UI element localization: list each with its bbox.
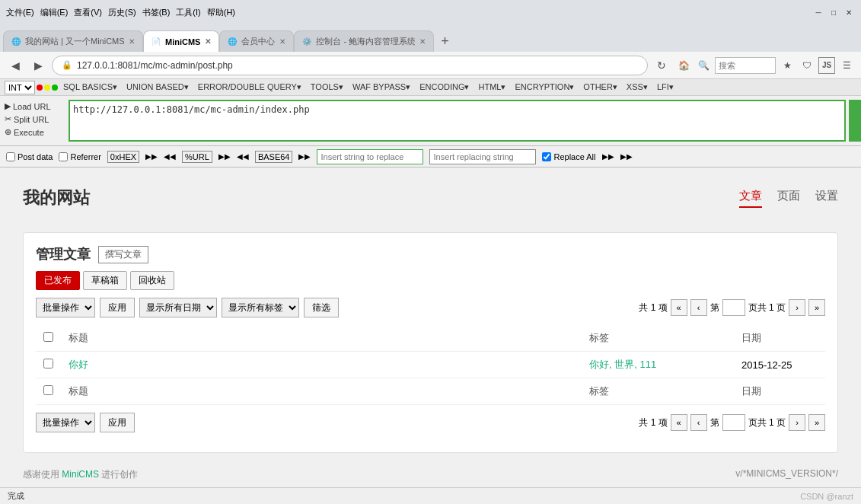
sql-basics[interactable]: SQL BASICS▾: [59, 81, 121, 93]
last-page-button-bottom[interactable]: »: [808, 414, 825, 431]
prev-page-button-top[interactable]: ‹: [690, 299, 707, 316]
select-all-checkbox-top[interactable]: [43, 332, 53, 342]
js-icon[interactable]: JS: [818, 57, 835, 74]
post-data-option[interactable]: Post data: [6, 152, 53, 161]
article-title-link-0[interactable]: 你好: [69, 359, 88, 370]
menu-item-help[interactable]: 帮助(H): [207, 7, 235, 18]
tab-2[interactable]: 📄 MiniCMS ✕: [143, 30, 219, 52]
waf-bypass[interactable]: WAF BYPASS▾: [349, 81, 414, 93]
watermark-text: CSDN @ranzt: [800, 492, 853, 501]
menu-item-edit[interactable]: 编辑(E): [40, 7, 69, 18]
union-based[interactable]: UNION BASED▾: [123, 81, 193, 93]
toolbar-icons: 🏠 🔍 ★ 🛡 JS ☰: [675, 57, 855, 74]
tab-2-close[interactable]: ✕: [205, 37, 211, 46]
filter-button[interactable]: 筛选: [304, 298, 339, 317]
prev-page-button-bottom[interactable]: ‹: [690, 414, 707, 431]
next-page-button-top[interactable]: ›: [789, 299, 805, 316]
menu-item-tools[interactable]: 工具(I): [176, 7, 200, 18]
menu-item-bookmarks[interactable]: 书签(B): [142, 7, 171, 18]
actions-row-top: 批量操作 应用 显示所有日期 显示所有标签 筛选 共 1 项 « ‹ 第 1 页…: [36, 298, 825, 317]
html[interactable]: HTML▾: [474, 81, 509, 93]
row-checkbox-0[interactable]: [43, 359, 53, 368]
arrow-left-2: ◀◀: [237, 152, 249, 161]
tab-2-label: MiniCMS: [165, 37, 200, 46]
encoding[interactable]: ENCODING▾: [416, 81, 473, 93]
split-url-icon: ✂: [5, 114, 11, 124]
footer-link[interactable]: MiniCMS: [62, 469, 99, 480]
date-filter-select[interactable]: 显示所有日期: [139, 298, 217, 317]
tab-drafts[interactable]: 草稿箱: [83, 271, 127, 290]
tab-4-close[interactable]: ✕: [419, 37, 426, 46]
minimize-button[interactable]: ─: [812, 6, 824, 18]
int-select[interactable]: INT: [5, 81, 35, 94]
tab-3-close[interactable]: ✕: [279, 37, 285, 46]
tab-3[interactable]: 🌐 会员中心 ✕: [219, 30, 294, 52]
referrer-checkbox[interactable]: [59, 152, 68, 161]
bulk-action-select[interactable]: 批量操作: [36, 298, 95, 317]
other[interactable]: OTHER▾: [579, 81, 621, 93]
insert-string-input[interactable]: [317, 149, 423, 164]
sqlmap-bar: INT SQL BASICS▾ UNION BASED▾ ERROR/DOUBL…: [0, 79, 861, 96]
forward-button[interactable]: ▶: [29, 56, 47, 75]
menu-icon[interactable]: ☰: [838, 57, 855, 74]
content-wrapper: 我的网站 文章 页面 设置 管理文章 撰写文章 已发布 草稿箱 回收站 批量操作…: [0, 167, 861, 504]
pagination-top: 共 1 项 « ‹ 第 1 页共 1 页 › »: [639, 299, 825, 316]
header-date-top: 日期: [734, 325, 825, 352]
arrow-right-4: ▶▶: [602, 152, 614, 161]
split-url-button[interactable]: ✂ Split URL: [5, 113, 64, 125]
referrer-option[interactable]: Referrer: [59, 152, 100, 161]
menu-item-view[interactable]: 查看(V): [74, 7, 102, 18]
xss[interactable]: XSS▾: [623, 81, 652, 93]
home-icon[interactable]: 🏠: [675, 57, 692, 74]
lfi[interactable]: LFI▾: [653, 81, 678, 93]
apply-button-bottom[interactable]: 应用: [100, 413, 135, 432]
nav-articles[interactable]: 文章: [739, 189, 762, 208]
tag-filter-select[interactable]: 显示所有标签: [222, 298, 299, 317]
sql-input-textarea[interactable]: http://127.0.0.1:8081/mc/mc-admin/index.…: [69, 100, 846, 142]
tab-1[interactable]: 🌐 我的网站 | 又一个MiniCMS网... ✕: [3, 30, 143, 52]
first-page-button-top[interactable]: «: [671, 299, 687, 316]
replace-all-checkbox[interactable]: [542, 152, 551, 161]
tab-published[interactable]: 已发布: [36, 271, 80, 290]
tab-4[interactable]: ⚙️ 控制台 - 鲍海内容管理系统 ✕: [294, 30, 434, 52]
page-input-top[interactable]: 1: [722, 299, 745, 316]
tab-trash[interactable]: 回收站: [130, 271, 174, 290]
encryption[interactable]: ENCRYPTION▾: [511, 81, 578, 93]
nav-settings[interactable]: 设置: [815, 189, 838, 208]
load-url-button[interactable]: ▶ Load URL: [5, 100, 64, 112]
page-input-bottom[interactable]: 1: [722, 414, 745, 431]
insert-replacing-input[interactable]: [429, 149, 536, 164]
post-data-checkbox[interactable]: [6, 152, 15, 161]
apply-button-top[interactable]: 应用: [100, 298, 135, 317]
tab-1-close[interactable]: ✕: [129, 37, 135, 46]
last-page-button-top[interactable]: »: [808, 299, 825, 316]
status-bar: 完成 CSDN @ranzt: [0, 487, 861, 504]
reload-button[interactable]: ↻: [652, 56, 671, 75]
back-button[interactable]: ◀: [6, 56, 24, 75]
select-all-checkbox-bottom[interactable]: [43, 385, 53, 395]
search-input[interactable]: [715, 57, 776, 74]
first-page-button-bottom[interactable]: «: [671, 414, 687, 431]
next-page-button-bottom[interactable]: ›: [789, 414, 805, 431]
menu-item-file[interactable]: 文件(E): [6, 7, 34, 18]
status-dots: [37, 85, 58, 91]
article-tags-0[interactable]: 你好, 世界, 111: [589, 359, 656, 370]
maximize-button[interactable]: □: [828, 6, 840, 18]
tab-3-label: 会员中心: [241, 36, 275, 47]
replace-all-option[interactable]: Replace All: [542, 152, 595, 161]
url-display[interactable]: 127.0.0.1:8081/mc/mc-admin/post.php: [77, 60, 638, 71]
write-article-button[interactable]: 撰写文章: [98, 246, 148, 263]
error-double-query[interactable]: ERROR/DOUBLE QUERY▾: [194, 81, 305, 93]
bulk-action-select-bottom[interactable]: 批量操作: [36, 413, 95, 432]
nav-pages[interactable]: 页面: [777, 189, 800, 208]
execute-button[interactable]: ⊕ Execute: [5, 126, 64, 138]
menu-item-history[interactable]: 历史(S): [108, 7, 136, 18]
new-tab-button[interactable]: +: [434, 30, 455, 52]
actions-row-bottom: 批量操作 应用 共 1 项 « ‹ 第 1 页共 1 页 › »: [36, 413, 825, 432]
bookmark-icon[interactable]: ★: [779, 57, 796, 74]
page-info-top: 页共 1 页: [748, 301, 786, 314]
tab-4-favicon: ⚙️: [302, 37, 311, 46]
header-tags-top: 标签: [582, 325, 734, 352]
tools[interactable]: TOOLS▾: [307, 81, 347, 93]
close-button[interactable]: ✕: [843, 6, 855, 18]
